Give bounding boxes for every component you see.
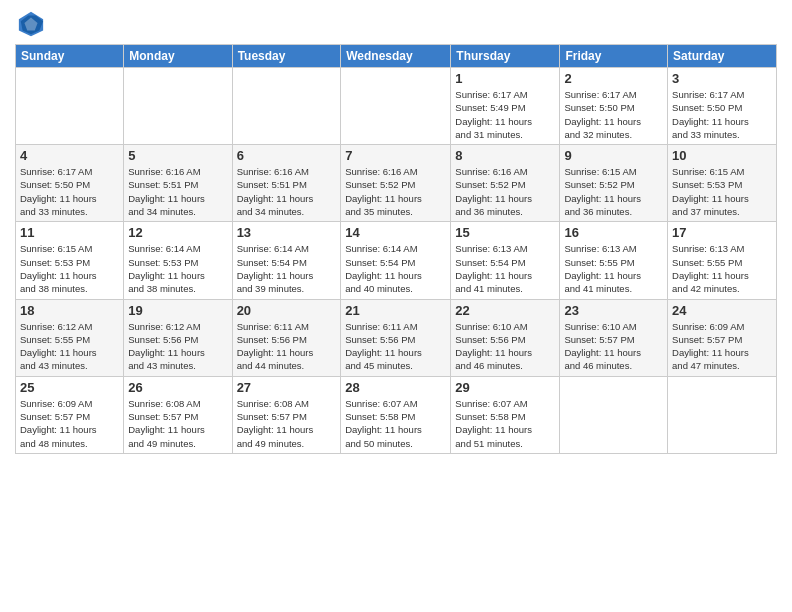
day-info: Sunrise: 6:08 AM Sunset: 5:57 PM Dayligh… — [237, 397, 337, 450]
calendar-week: 25Sunrise: 6:09 AM Sunset: 5:57 PM Dayli… — [16, 376, 777, 453]
day-number: 26 — [128, 380, 227, 395]
day-number: 20 — [237, 303, 337, 318]
day-info: Sunrise: 6:10 AM Sunset: 5:56 PM Dayligh… — [455, 320, 555, 373]
day-info: Sunrise: 6:15 AM Sunset: 5:53 PM Dayligh… — [672, 165, 772, 218]
dow-header: Thursday — [451, 45, 560, 68]
dow-header: Tuesday — [232, 45, 341, 68]
day-number: 5 — [128, 148, 227, 163]
calendar-cell — [124, 68, 232, 145]
day-number: 6 — [237, 148, 337, 163]
day-number: 9 — [564, 148, 663, 163]
dow-header: Saturday — [668, 45, 777, 68]
calendar-cell: 19Sunrise: 6:12 AM Sunset: 5:56 PM Dayli… — [124, 299, 232, 376]
day-info: Sunrise: 6:13 AM Sunset: 5:55 PM Dayligh… — [672, 242, 772, 295]
day-number: 22 — [455, 303, 555, 318]
calendar-cell: 16Sunrise: 6:13 AM Sunset: 5:55 PM Dayli… — [560, 222, 668, 299]
day-info: Sunrise: 6:17 AM Sunset: 5:50 PM Dayligh… — [20, 165, 119, 218]
day-number: 12 — [128, 225, 227, 240]
day-info: Sunrise: 6:11 AM Sunset: 5:56 PM Dayligh… — [345, 320, 446, 373]
calendar-cell: 7Sunrise: 6:16 AM Sunset: 5:52 PM Daylig… — [341, 145, 451, 222]
calendar-cell: 23Sunrise: 6:10 AM Sunset: 5:57 PM Dayli… — [560, 299, 668, 376]
dow-header: Monday — [124, 45, 232, 68]
calendar-cell: 29Sunrise: 6:07 AM Sunset: 5:58 PM Dayli… — [451, 376, 560, 453]
calendar-cell: 12Sunrise: 6:14 AM Sunset: 5:53 PM Dayli… — [124, 222, 232, 299]
logo — [15, 10, 45, 38]
day-info: Sunrise: 6:14 AM Sunset: 5:53 PM Dayligh… — [128, 242, 227, 295]
calendar-cell: 8Sunrise: 6:16 AM Sunset: 5:52 PM Daylig… — [451, 145, 560, 222]
day-info: Sunrise: 6:16 AM Sunset: 5:51 PM Dayligh… — [128, 165, 227, 218]
calendar-cell — [668, 376, 777, 453]
day-info: Sunrise: 6:16 AM Sunset: 5:51 PM Dayligh… — [237, 165, 337, 218]
calendar-cell: 10Sunrise: 6:15 AM Sunset: 5:53 PM Dayli… — [668, 145, 777, 222]
day-info: Sunrise: 6:09 AM Sunset: 5:57 PM Dayligh… — [672, 320, 772, 373]
calendar-week: 1Sunrise: 6:17 AM Sunset: 5:49 PM Daylig… — [16, 68, 777, 145]
day-number: 8 — [455, 148, 555, 163]
calendar-cell: 28Sunrise: 6:07 AM Sunset: 5:58 PM Dayli… — [341, 376, 451, 453]
dow-header: Sunday — [16, 45, 124, 68]
day-number: 11 — [20, 225, 119, 240]
day-number: 17 — [672, 225, 772, 240]
calendar-cell — [341, 68, 451, 145]
day-number: 15 — [455, 225, 555, 240]
day-info: Sunrise: 6:07 AM Sunset: 5:58 PM Dayligh… — [455, 397, 555, 450]
day-number: 7 — [345, 148, 446, 163]
day-number: 16 — [564, 225, 663, 240]
day-number: 25 — [20, 380, 119, 395]
dow-header: Friday — [560, 45, 668, 68]
day-info: Sunrise: 6:09 AM Sunset: 5:57 PM Dayligh… — [20, 397, 119, 450]
calendar-cell: 13Sunrise: 6:14 AM Sunset: 5:54 PM Dayli… — [232, 222, 341, 299]
calendar-cell: 22Sunrise: 6:10 AM Sunset: 5:56 PM Dayli… — [451, 299, 560, 376]
day-info: Sunrise: 6:16 AM Sunset: 5:52 PM Dayligh… — [345, 165, 446, 218]
calendar-cell: 11Sunrise: 6:15 AM Sunset: 5:53 PM Dayli… — [16, 222, 124, 299]
day-info: Sunrise: 6:14 AM Sunset: 5:54 PM Dayligh… — [345, 242, 446, 295]
calendar-body: 1Sunrise: 6:17 AM Sunset: 5:49 PM Daylig… — [16, 68, 777, 454]
calendar-cell: 9Sunrise: 6:15 AM Sunset: 5:52 PM Daylig… — [560, 145, 668, 222]
calendar-cell — [560, 376, 668, 453]
day-info: Sunrise: 6:13 AM Sunset: 5:55 PM Dayligh… — [564, 242, 663, 295]
day-info: Sunrise: 6:12 AM Sunset: 5:56 PM Dayligh… — [128, 320, 227, 373]
day-number: 14 — [345, 225, 446, 240]
day-number: 18 — [20, 303, 119, 318]
day-info: Sunrise: 6:11 AM Sunset: 5:56 PM Dayligh… — [237, 320, 337, 373]
calendar-week: 4Sunrise: 6:17 AM Sunset: 5:50 PM Daylig… — [16, 145, 777, 222]
header — [15, 10, 777, 38]
calendar-cell: 2Sunrise: 6:17 AM Sunset: 5:50 PM Daylig… — [560, 68, 668, 145]
day-info: Sunrise: 6:17 AM Sunset: 5:50 PM Dayligh… — [672, 88, 772, 141]
days-of-week-row: SundayMondayTuesdayWednesdayThursdayFrid… — [16, 45, 777, 68]
day-info: Sunrise: 6:15 AM Sunset: 5:53 PM Dayligh… — [20, 242, 119, 295]
calendar-week: 18Sunrise: 6:12 AM Sunset: 5:55 PM Dayli… — [16, 299, 777, 376]
calendar-cell: 27Sunrise: 6:08 AM Sunset: 5:57 PM Dayli… — [232, 376, 341, 453]
day-info: Sunrise: 6:15 AM Sunset: 5:52 PM Dayligh… — [564, 165, 663, 218]
calendar-cell: 21Sunrise: 6:11 AM Sunset: 5:56 PM Dayli… — [341, 299, 451, 376]
calendar-cell: 1Sunrise: 6:17 AM Sunset: 5:49 PM Daylig… — [451, 68, 560, 145]
day-number: 13 — [237, 225, 337, 240]
day-number: 2 — [564, 71, 663, 86]
day-number: 27 — [237, 380, 337, 395]
calendar-cell: 6Sunrise: 6:16 AM Sunset: 5:51 PM Daylig… — [232, 145, 341, 222]
calendar: SundayMondayTuesdayWednesdayThursdayFrid… — [15, 44, 777, 454]
day-info: Sunrise: 6:10 AM Sunset: 5:57 PM Dayligh… — [564, 320, 663, 373]
calendar-cell: 15Sunrise: 6:13 AM Sunset: 5:54 PM Dayli… — [451, 222, 560, 299]
day-number: 4 — [20, 148, 119, 163]
day-info: Sunrise: 6:14 AM Sunset: 5:54 PM Dayligh… — [237, 242, 337, 295]
day-number: 10 — [672, 148, 772, 163]
calendar-cell — [232, 68, 341, 145]
calendar-cell: 14Sunrise: 6:14 AM Sunset: 5:54 PM Dayli… — [341, 222, 451, 299]
calendar-cell: 24Sunrise: 6:09 AM Sunset: 5:57 PM Dayli… — [668, 299, 777, 376]
calendar-cell — [16, 68, 124, 145]
day-info: Sunrise: 6:07 AM Sunset: 5:58 PM Dayligh… — [345, 397, 446, 450]
day-number: 29 — [455, 380, 555, 395]
day-info: Sunrise: 6:17 AM Sunset: 5:50 PM Dayligh… — [564, 88, 663, 141]
day-number: 1 — [455, 71, 555, 86]
calendar-cell: 26Sunrise: 6:08 AM Sunset: 5:57 PM Dayli… — [124, 376, 232, 453]
day-info: Sunrise: 6:12 AM Sunset: 5:55 PM Dayligh… — [20, 320, 119, 373]
calendar-cell: 3Sunrise: 6:17 AM Sunset: 5:50 PM Daylig… — [668, 68, 777, 145]
calendar-cell: 4Sunrise: 6:17 AM Sunset: 5:50 PM Daylig… — [16, 145, 124, 222]
logo-icon — [17, 10, 45, 38]
dow-header: Wednesday — [341, 45, 451, 68]
calendar-cell: 17Sunrise: 6:13 AM Sunset: 5:55 PM Dayli… — [668, 222, 777, 299]
day-number: 24 — [672, 303, 772, 318]
day-info: Sunrise: 6:17 AM Sunset: 5:49 PM Dayligh… — [455, 88, 555, 141]
day-number: 19 — [128, 303, 227, 318]
day-info: Sunrise: 6:13 AM Sunset: 5:54 PM Dayligh… — [455, 242, 555, 295]
